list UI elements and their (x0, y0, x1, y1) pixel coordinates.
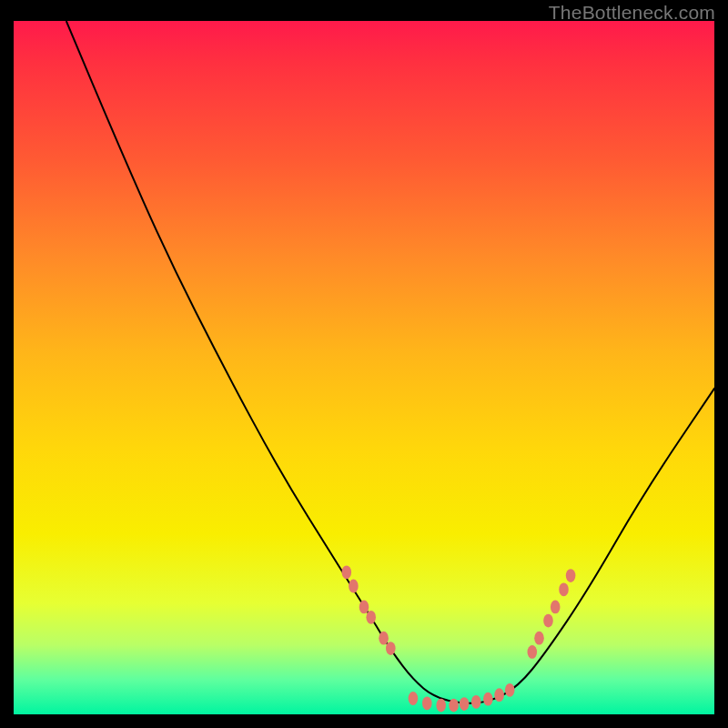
data-dot (494, 688, 504, 702)
data-dot (551, 601, 561, 614)
data-dot (359, 601, 369, 614)
chart-frame: TheBottleneck.com (0, 0, 728, 728)
data-dot (342, 565, 352, 579)
data-dot (559, 582, 569, 596)
data-dot (366, 611, 376, 624)
data-dot (534, 632, 544, 645)
data-dot (379, 632, 389, 645)
data-dots (342, 565, 576, 712)
bottleneck-curve (66, 21, 714, 703)
data-dot (528, 645, 538, 659)
data-dot (422, 696, 432, 710)
data-dot (436, 699, 446, 713)
data-dot (386, 642, 396, 655)
curve-svg (14, 21, 714, 714)
data-dot (349, 580, 359, 593)
data-dot (471, 695, 481, 709)
data-dot (409, 692, 419, 705)
data-dot (483, 693, 493, 706)
data-dot (449, 699, 459, 713)
data-dot (543, 614, 553, 628)
data-dot (566, 569, 576, 582)
data-dot (505, 683, 515, 697)
data-dot (460, 697, 470, 711)
plot-area (14, 21, 714, 714)
